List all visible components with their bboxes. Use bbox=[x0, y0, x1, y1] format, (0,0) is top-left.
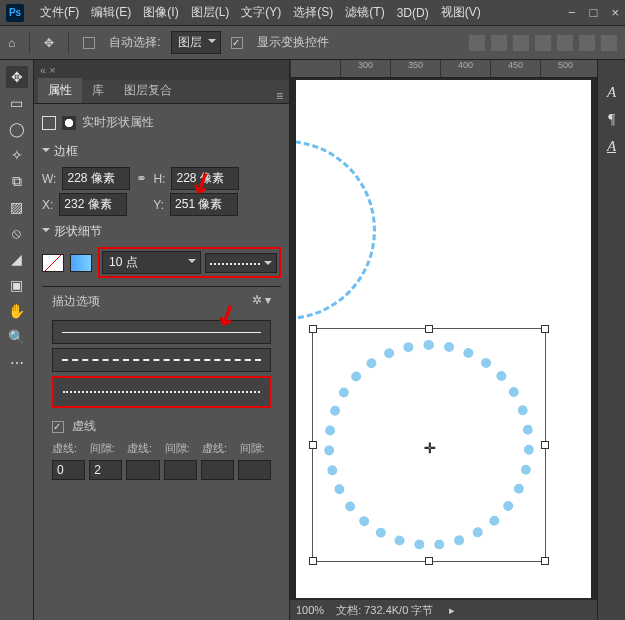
glyphs-panel-icon[interactable]: A bbox=[607, 138, 616, 155]
x-label: X: bbox=[42, 198, 53, 212]
fill-none-swatch[interactable] bbox=[42, 254, 64, 272]
menu-type[interactable]: 文字(Y) bbox=[235, 4, 287, 21]
paragraph-panel-icon[interactable]: ¶ bbox=[608, 111, 616, 128]
dashed-label: 虚线 bbox=[72, 418, 96, 435]
col-gap: 间隙: bbox=[165, 441, 197, 456]
width-label: W: bbox=[42, 172, 56, 186]
doc-info: 文档: 732.4K/0 字节 bbox=[336, 603, 433, 618]
maximize-button[interactable]: □ bbox=[590, 5, 598, 20]
frame-tool[interactable]: ▨ bbox=[6, 196, 28, 218]
panel-title: 实时形状属性 bbox=[82, 114, 154, 131]
app-logo: Ps bbox=[6, 4, 24, 22]
mask-icon bbox=[62, 116, 76, 130]
align-icon[interactable] bbox=[513, 35, 529, 51]
gap-input-0[interactable] bbox=[89, 460, 122, 480]
dashed-checkbox[interactable] bbox=[52, 421, 64, 433]
col-dash: 虚线: bbox=[127, 441, 159, 456]
ruler-horizontal: 300350400450500 bbox=[290, 60, 597, 78]
tab-properties[interactable]: 属性 bbox=[38, 78, 82, 103]
eyedropper-tool[interactable]: ◢ bbox=[6, 248, 28, 270]
stroke-style-dashed[interactable] bbox=[52, 348, 271, 372]
section-detail[interactable]: 形状细节 bbox=[42, 219, 281, 244]
zoom-level[interactable]: 100% bbox=[296, 604, 324, 616]
stroke-controls-highlight: 10 点 bbox=[98, 247, 281, 278]
center-icon: ✛ bbox=[424, 440, 436, 456]
dash-input-0[interactable] bbox=[52, 460, 85, 480]
minimize-button[interactable]: − bbox=[568, 5, 576, 20]
stamp-tool[interactable]: ▣ bbox=[6, 274, 28, 296]
lasso-tool[interactable]: ◯ bbox=[6, 118, 28, 140]
menu-image[interactable]: 图像(I) bbox=[137, 4, 184, 21]
stroke-style-solid[interactable] bbox=[52, 320, 271, 344]
link-icon[interactable]: ⚭ bbox=[136, 171, 147, 186]
crop-tool[interactable]: ⧉ bbox=[6, 170, 28, 192]
doc-tab-close[interactable]: « × bbox=[40, 64, 56, 76]
auto-select-dropdown[interactable]: 图层 bbox=[171, 31, 221, 54]
more-tools[interactable]: ⋯ bbox=[6, 352, 28, 374]
transform-handle[interactable] bbox=[541, 441, 549, 449]
no-fill-icon[interactable]: ⦸ bbox=[6, 222, 28, 244]
dash-input-2[interactable] bbox=[201, 460, 234, 480]
canvas[interactable]: ✛ bbox=[296, 80, 591, 598]
menu-view[interactable]: 视图(V) bbox=[435, 4, 487, 21]
menu-3d[interactable]: 3D(D) bbox=[391, 6, 435, 20]
zoom-tool[interactable]: 🔍 bbox=[6, 326, 28, 348]
gap-input-2[interactable] bbox=[238, 460, 271, 480]
transform-handle[interactable] bbox=[309, 557, 317, 565]
wand-tool[interactable]: ✧ bbox=[6, 144, 28, 166]
tab-libraries[interactable]: 库 bbox=[82, 78, 114, 103]
menu-layer[interactable]: 图层(L) bbox=[185, 4, 236, 21]
align-icon[interactable] bbox=[557, 35, 573, 51]
shape-icon bbox=[42, 116, 56, 130]
col-gap: 间隙: bbox=[90, 441, 122, 456]
transform-handle[interactable] bbox=[425, 325, 433, 333]
y-input[interactable]: 251 像素 bbox=[170, 193, 238, 216]
dash-input-1[interactable] bbox=[126, 460, 159, 480]
panel-menu-icon[interactable]: ≡ bbox=[276, 89, 283, 103]
stroke-style-dotted[interactable] bbox=[52, 376, 271, 408]
transform-handle[interactable] bbox=[309, 441, 317, 449]
tab-layer-comps[interactable]: 图层复合 bbox=[114, 78, 182, 103]
move-tool-icon[interactable]: ✥ bbox=[44, 36, 54, 50]
transform-handle[interactable] bbox=[541, 557, 549, 565]
gap-input-1[interactable] bbox=[164, 460, 197, 480]
stroke-color-swatch[interactable] bbox=[70, 254, 92, 272]
stroke-size-dropdown[interactable]: 10 点 bbox=[102, 251, 201, 274]
divider bbox=[29, 32, 30, 54]
show-transform-checkbox[interactable] bbox=[231, 37, 243, 49]
auto-select-label: 自动选择: bbox=[109, 34, 160, 51]
hand-tool[interactable]: ✋ bbox=[6, 300, 28, 322]
col-gap: 间隙: bbox=[240, 441, 272, 456]
transform-handle[interactable] bbox=[541, 325, 549, 333]
move-tool[interactable]: ✥ bbox=[6, 66, 28, 88]
height-input[interactable]: 228 像素 bbox=[171, 167, 239, 190]
align-icon[interactable] bbox=[601, 35, 617, 51]
menu-edit[interactable]: 编辑(E) bbox=[85, 4, 137, 21]
menu-file[interactable]: 文件(F) bbox=[34, 4, 85, 21]
width-input[interactable]: 228 像素 bbox=[62, 167, 130, 190]
divider bbox=[68, 32, 69, 54]
auto-select-checkbox[interactable] bbox=[83, 37, 95, 49]
align-icon[interactable] bbox=[579, 35, 595, 51]
doc-info-menu-icon[interactable]: ▸ bbox=[449, 604, 455, 617]
show-transform-label: 显示变换控件 bbox=[257, 34, 329, 51]
marquee-tool[interactable]: ▭ bbox=[6, 92, 28, 114]
section-bbox[interactable]: 边框 bbox=[42, 139, 281, 164]
menu-filter[interactable]: 滤镜(T) bbox=[339, 4, 390, 21]
y-label: Y: bbox=[153, 198, 164, 212]
align-icon[interactable] bbox=[535, 35, 551, 51]
transform-handle[interactable] bbox=[425, 557, 433, 565]
x-input[interactable]: 232 像素 bbox=[59, 193, 127, 216]
stroke-style-dropdown[interactable] bbox=[205, 253, 277, 273]
stroke-options-title: 描边选项 bbox=[52, 293, 100, 310]
home-icon[interactable]: ⌂ bbox=[8, 36, 15, 50]
character-panel-icon[interactable]: A bbox=[607, 84, 616, 101]
transform-handle[interactable] bbox=[309, 325, 317, 333]
gear-icon[interactable]: ✲ ▾ bbox=[252, 293, 271, 310]
align-icon[interactable] bbox=[491, 35, 507, 51]
close-button[interactable]: × bbox=[611, 5, 619, 20]
align-icon[interactable] bbox=[469, 35, 485, 51]
menu-select[interactable]: 选择(S) bbox=[287, 4, 339, 21]
dashed-circle-shape[interactable] bbox=[296, 140, 376, 320]
col-dash: 虚线: bbox=[202, 441, 234, 456]
